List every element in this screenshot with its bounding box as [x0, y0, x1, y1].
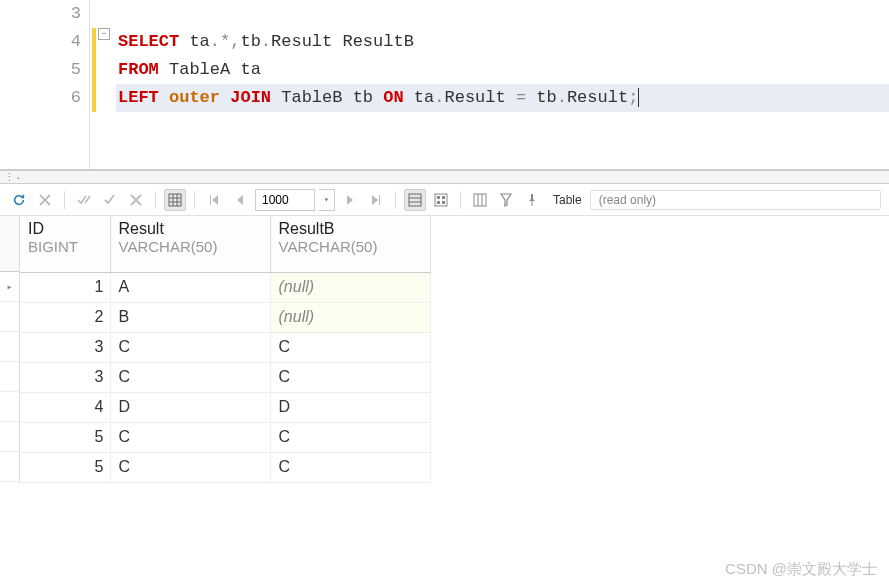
cell-resultb[interactable]: C	[270, 452, 430, 482]
fold-gutter: −	[98, 0, 116, 169]
columns-button[interactable]	[469, 189, 491, 211]
svg-rect-6	[442, 201, 445, 204]
column-header[interactable]: IDBIGINT	[20, 216, 110, 272]
accept-edit-button[interactable]	[73, 189, 95, 211]
row-marker[interactable]	[0, 362, 19, 392]
results-grid-area: ▸ IDBIGINTResultVARCHAR(50)ResultBVARCHA…	[0, 216, 889, 483]
results-grid[interactable]: IDBIGINTResultVARCHAR(50)ResultBVARCHAR(…	[20, 216, 889, 483]
prev-page-button[interactable]	[229, 189, 251, 211]
row-limit-input[interactable]	[255, 189, 315, 211]
cell-id[interactable]: 2	[20, 302, 110, 332]
pane-splitter[interactable]: ⋮·	[0, 170, 889, 184]
line-number-gutter: 3456	[0, 0, 90, 169]
reject-button[interactable]	[125, 189, 147, 211]
pin-button[interactable]	[521, 189, 543, 211]
change-indicator-bar	[90, 0, 98, 169]
svg-rect-1	[409, 194, 421, 206]
row-marker[interactable]	[0, 302, 19, 332]
line-number: 5	[0, 56, 81, 84]
cell-id[interactable]: 5	[20, 452, 110, 482]
cancel-button[interactable]	[34, 189, 56, 211]
svg-rect-0	[169, 194, 181, 206]
column-header[interactable]: ResultVARCHAR(50)	[110, 216, 270, 272]
row-marker[interactable]: ▸	[0, 272, 19, 302]
form-view-button[interactable]	[430, 189, 452, 211]
cell-resultb[interactable]: D	[270, 392, 430, 422]
code-line[interactable]: SELECT ta.*,tb.Result ResultB	[116, 28, 889, 56]
line-number: 6	[0, 84, 81, 112]
refresh-button[interactable]	[8, 189, 30, 211]
table-row[interactable]: 5CC	[20, 422, 430, 452]
filter-button[interactable]	[495, 189, 517, 211]
cell-id[interactable]: 3	[20, 362, 110, 392]
cell-result[interactable]: C	[110, 422, 270, 452]
cell-id[interactable]: 4	[20, 392, 110, 422]
status-field[interactable]: (read only)	[590, 190, 881, 210]
code-line[interactable]: LEFT outer JOIN TableB tb ON ta.Result =…	[116, 84, 889, 112]
svg-rect-5	[437, 201, 440, 204]
code-line[interactable]	[116, 0, 889, 28]
cell-id[interactable]: 5	[20, 422, 110, 452]
table-row[interactable]: 2B(null)	[20, 302, 430, 332]
first-page-button[interactable]	[203, 189, 225, 211]
row-marker[interactable]	[0, 392, 19, 422]
row-marker-gutter: ▸	[0, 216, 20, 483]
next-page-button[interactable]	[339, 189, 361, 211]
results-toolbar: ▾ Table (read only)	[0, 184, 889, 216]
cell-result[interactable]: C	[110, 452, 270, 482]
row-marker[interactable]	[0, 452, 19, 482]
cell-result[interactable]: C	[110, 332, 270, 362]
row-marker[interactable]	[0, 332, 19, 362]
code-line[interactable]: FROM TableA ta	[116, 56, 889, 84]
cell-result[interactable]: D	[110, 392, 270, 422]
table-row[interactable]: 3CC	[20, 332, 430, 362]
svg-rect-2	[435, 194, 447, 206]
code-area[interactable]: SELECT ta.*,tb.Result ResultBFROM TableA…	[116, 0, 889, 169]
splitter-handle-icon: ⋮·	[4, 171, 22, 184]
table-view-button[interactable]	[404, 189, 426, 211]
cell-result[interactable]: B	[110, 302, 270, 332]
fold-toggle-icon[interactable]: −	[98, 28, 110, 40]
cell-id[interactable]: 1	[20, 272, 110, 302]
cell-result[interactable]: A	[110, 272, 270, 302]
line-number: 4	[0, 28, 81, 56]
cell-id[interactable]: 3	[20, 332, 110, 362]
view-mode-label: Table	[553, 193, 582, 207]
table-row[interactable]: 3CC	[20, 362, 430, 392]
column-header[interactable]: ResultBVARCHAR(50)	[270, 216, 430, 272]
row-marker[interactable]	[0, 422, 19, 452]
cell-result[interactable]: C	[110, 362, 270, 392]
svg-rect-4	[442, 196, 445, 199]
row-limit-dropdown[interactable]: ▾	[319, 189, 335, 211]
svg-rect-3	[437, 196, 440, 199]
cell-resultb[interactable]: (null)	[270, 272, 430, 302]
grid-mode-button[interactable]	[164, 189, 186, 211]
cell-resultb[interactable]: C	[270, 332, 430, 362]
svg-rect-7	[474, 194, 486, 206]
cell-resultb[interactable]: C	[270, 422, 430, 452]
accept-single-button[interactable]	[99, 189, 121, 211]
table-row[interactable]: 4DD	[20, 392, 430, 422]
watermark-text: CSDN @崇文殿大学士	[725, 560, 877, 579]
cell-resultb[interactable]: (null)	[270, 302, 430, 332]
last-page-button[interactable]	[365, 189, 387, 211]
table-row[interactable]: 1A(null)	[20, 272, 430, 302]
sql-editor[interactable]: 3456 − SELECT ta.*,tb.Result ResultBFROM…	[0, 0, 889, 170]
table-row[interactable]: 5CC	[20, 452, 430, 482]
cell-resultb[interactable]: C	[270, 362, 430, 392]
line-number: 3	[0, 0, 81, 28]
